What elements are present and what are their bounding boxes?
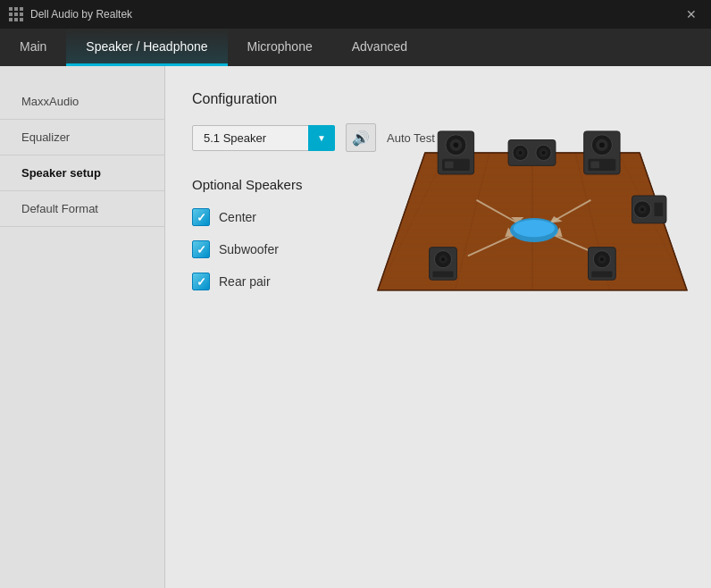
sidebar-item-default-format[interactable]: Default Format	[0, 191, 164, 227]
checkbox-rear-pair-label: Rear pair	[219, 274, 271, 289]
titlebar-left: Dell Audio by Realtek	[9, 7, 132, 21]
svg-point-61	[600, 257, 604, 261]
sidebar: MaxxAudio Equalizer Speaker setup Defaul…	[0, 66, 165, 588]
tab-advanced[interactable]: Advanced	[332, 29, 427, 66]
config-dropdown[interactable]: Stereo Quadraphonic 5.1 Speaker 7.1 Spea…	[192, 125, 335, 151]
svg-point-38	[599, 142, 605, 147]
content-area: Configuration Stereo Quadraphonic 5.1 Sp…	[165, 66, 711, 588]
tab-microphone[interactable]: Microphone	[228, 29, 332, 66]
titlebar: Dell Audio by Realtek ✕	[0, 0, 711, 29]
svg-rect-6	[9, 18, 13, 21]
svg-point-44	[519, 151, 523, 155]
speaker-diagram-svg	[372, 84, 693, 307]
sidebar-item-speaker-setup[interactable]: Speaker setup	[0, 155, 164, 191]
svg-rect-5	[20, 13, 23, 16]
checkbox-subwoofer[interactable]	[192, 240, 210, 258]
sidebar-item-maxxaudio[interactable]: MaxxAudio	[0, 84, 164, 120]
svg-rect-34	[445, 162, 454, 169]
app-title: Dell Audio by Realtek	[30, 8, 132, 21]
svg-rect-1	[14, 7, 18, 11]
svg-rect-0	[9, 7, 13, 11]
svg-rect-2	[20, 7, 23, 11]
svg-point-56	[441, 257, 445, 261]
svg-point-47	[542, 151, 546, 155]
app-icon	[9, 7, 23, 21]
checkbox-center[interactable]	[192, 208, 210, 226]
tabbar: Main Speaker / Headphone Microphone Adva…	[0, 29, 711, 66]
speaker-icon: 🔊	[352, 130, 370, 147]
config-dropdown-wrapper: Stereo Quadraphonic 5.1 Speaker 7.1 Spea…	[192, 125, 335, 151]
svg-rect-52	[655, 203, 664, 216]
sidebar-item-equalizer[interactable]: Equalizer	[0, 120, 164, 155]
checkbox-subwoofer-label: Subwoofer	[219, 242, 279, 256]
svg-rect-62	[591, 272, 612, 278]
speaker-diagram	[372, 84, 693, 307]
tab-speaker-headphone[interactable]: Speaker / Headphone	[66, 29, 227, 66]
svg-rect-3	[9, 13, 13, 16]
svg-rect-57	[432, 272, 453, 278]
svg-rect-4	[14, 13, 18, 16]
tab-main[interactable]: Main	[0, 29, 66, 66]
checkbox-center-label: Center	[219, 210, 256, 224]
svg-rect-8	[20, 18, 23, 21]
svg-rect-40	[590, 162, 599, 169]
svg-point-28	[514, 220, 555, 237]
svg-rect-7	[14, 18, 18, 21]
checkbox-rear-pair[interactable]	[192, 273, 210, 290]
close-button[interactable]: ✕	[681, 5, 702, 23]
svg-point-51	[640, 207, 644, 211]
main-area: MaxxAudio Equalizer Speaker setup Defaul…	[0, 66, 711, 588]
svg-point-32	[454, 142, 459, 147]
